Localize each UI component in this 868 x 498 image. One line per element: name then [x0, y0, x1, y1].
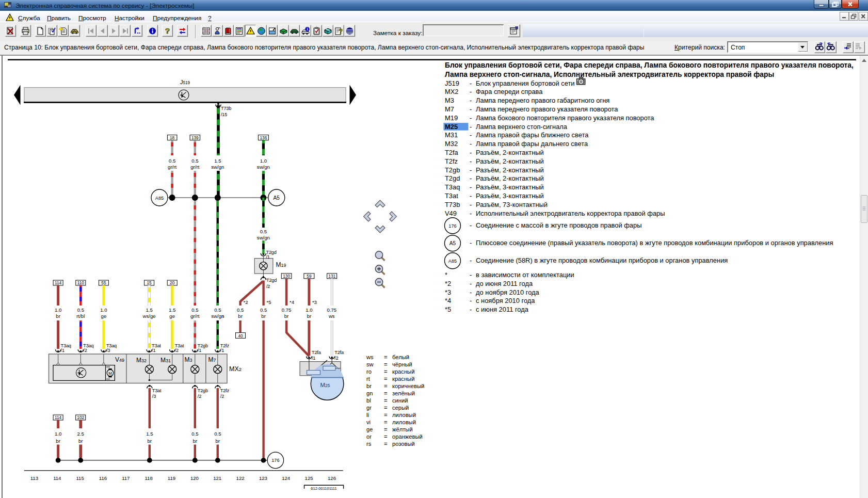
svg-text:=: = [384, 412, 388, 418]
svg-text:612-001101111: 612-001101111 [311, 486, 336, 491]
svg-text:M3: M3 [185, 356, 192, 363]
svg-text:T2gd: T2gd [266, 278, 277, 283]
svg-text:розовый: розовый [392, 441, 415, 447]
svg-text:M19: M19 [276, 261, 286, 268]
svg-text:M3: M3 [445, 97, 454, 104]
svg-text:0.75: 0.75 [282, 307, 292, 313]
svg-text:-: - [470, 131, 472, 139]
svg-text:T2gb: T2gb [198, 388, 208, 393]
svg-text:T2gb: T2gb [198, 343, 208, 348]
svg-text:/1: /1 [312, 356, 315, 361]
svg-text:-: - [470, 280, 472, 287]
svg-text:Исполнительный электродвигател: Исполнительный электродвигатель корректо… [476, 210, 665, 217]
svg-text:-: - [470, 239, 472, 247]
svg-text:=: = [384, 405, 388, 411]
svg-text:в зависимости от комплектации: в зависимости от комплектации [476, 271, 574, 279]
svg-text:T3aq: T3aq [83, 343, 93, 348]
svg-text:Разъём, 73-контактный: Разъём, 73-контактный [476, 201, 548, 208]
svg-text:0.5: 0.5 [191, 431, 198, 437]
svg-text:-: - [470, 201, 472, 208]
svg-text:/1: /1 [198, 348, 201, 353]
svg-text:T3aq: T3aq [61, 343, 71, 348]
svg-text:114: 114 [53, 475, 61, 481]
svg-text:Разъём, 3-контактный: Разъём, 3-контактный [476, 192, 544, 200]
svg-text:1.0: 1.0 [306, 307, 312, 313]
svg-text:55: 55 [101, 280, 106, 285]
svg-text:139: 139 [191, 135, 199, 140]
svg-text:/2: /2 [220, 394, 224, 399]
svg-text:15: 15 [147, 280, 152, 285]
svg-text:126: 126 [328, 475, 336, 481]
svg-text:Лампа переднего правого указат: Лампа переднего правого указателя поворо… [476, 105, 618, 113]
svg-text:красный: красный [392, 368, 414, 375]
svg-text:ws: ws [328, 313, 335, 319]
svg-text:136: 136 [260, 135, 267, 140]
svg-text:T3aq: T3aq [106, 343, 117, 348]
svg-text:J519: J519 [180, 79, 190, 85]
svg-text:br: br [238, 313, 243, 319]
svg-text:/1: /1 [61, 348, 65, 353]
svg-text:Лампа правой фары ближнего све: Лампа правой фары ближнего света [476, 131, 589, 139]
svg-text:0.5: 0.5 [260, 229, 267, 234]
svg-text:T2gd: T2gd [445, 174, 460, 182]
svg-text:/1: /1 [220, 348, 224, 353]
svg-text:br: br [78, 438, 83, 444]
svg-text:-: - [470, 149, 472, 156]
svg-text:0.5: 0.5 [214, 307, 221, 313]
svg-text:Соединение (58R) в жгуте прово: Соединение (58R) в жгуте проводов комбин… [476, 256, 728, 264]
svg-text:A85: A85 [448, 259, 457, 264]
svg-text:1.0: 1.0 [55, 307, 61, 313]
svg-text:-: - [470, 140, 472, 148]
svg-text:*4: *4 [290, 299, 295, 305]
svg-text:?: ? [165, 26, 170, 35]
svg-text:синий: синий [392, 397, 408, 404]
svg-text:=: = [384, 397, 388, 404]
svg-text:1.5: 1.5 [214, 158, 221, 164]
svg-text:-: - [470, 97, 472, 104]
svg-text:J519: J519 [445, 79, 459, 87]
svg-text:122: 122 [236, 475, 245, 481]
svg-text:*: * [445, 271, 447, 279]
svg-text:M31: M31 [160, 357, 171, 364]
svg-text:0.5: 0.5 [260, 307, 267, 313]
svg-text:T3at: T3at [152, 388, 162, 393]
svg-text:-: - [470, 192, 472, 200]
svg-text:rt: rt [366, 376, 371, 382]
svg-text:1.5: 1.5 [169, 307, 175, 313]
svg-text:=: = [384, 419, 388, 425]
svg-text:176: 176 [448, 223, 456, 229]
svg-text:с ноября 2010 года: с ноября 2010 года [476, 297, 535, 304]
svg-text:оранжевый: оранжевый [392, 433, 423, 440]
svg-text:Блок управления бортовой сети: Блок управления бортовой сети [476, 79, 575, 87]
svg-text:ws: ws [366, 354, 374, 360]
svg-text:Лампа бокового повторителя пра: Лампа бокового повторителя правого указа… [476, 114, 654, 122]
svg-text:1.0: 1.0 [55, 431, 61, 437]
svg-text:102: 102 [77, 415, 84, 420]
svg-text:li: li [366, 412, 369, 418]
svg-text:110: 110 [77, 280, 85, 285]
svg-text:1.5: 1.5 [146, 307, 152, 313]
svg-text:/3: /3 [106, 348, 110, 353]
svg-text:-: - [470, 297, 472, 304]
svg-text:зелёный: зелёный [392, 390, 415, 396]
svg-text:*3: *3 [445, 288, 451, 296]
svg-text:1.0: 1.0 [260, 158, 267, 164]
svg-text:/2: /2 [198, 394, 201, 399]
svg-text:117: 117 [122, 475, 130, 481]
svg-text:sw/gn: sw/gn [257, 164, 270, 170]
svg-text:rt/bl: rt/bl [76, 313, 85, 319]
svg-text:-: - [470, 88, 472, 95]
svg-text:*5: *5 [445, 306, 451, 313]
svg-text:/2: /2 [334, 356, 338, 361]
svg-text:=: = [384, 383, 388, 389]
svg-text:Соединение с массой в жгуте пр: Соединение с массой в жгуте проводов пра… [476, 221, 641, 229]
svg-text:T3at: T3at [445, 192, 458, 200]
svg-text:T2fa: T2fa [334, 350, 344, 355]
svg-text:br: br [366, 383, 372, 389]
svg-text:-: - [470, 256, 472, 264]
svg-text:Лампа правой фары дальнего све: Лампа правой фары дальнего света [476, 140, 588, 148]
svg-text:T3at: T3at [175, 343, 184, 348]
svg-text:M32: M32 [136, 357, 147, 364]
svg-text:0.5: 0.5 [169, 158, 175, 164]
svg-text:176: 176 [271, 458, 279, 463]
